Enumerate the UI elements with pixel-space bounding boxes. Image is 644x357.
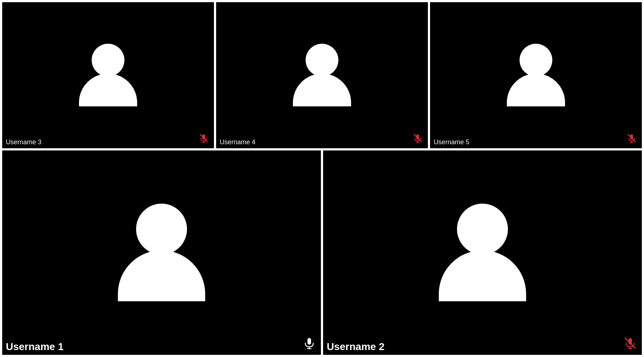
- avatar-user5: [507, 44, 565, 106]
- avatar-user2: [439, 204, 526, 301]
- username-label-user3: Username 3: [2, 136, 45, 148]
- mic-muted-icon-user3: [199, 133, 209, 145]
- avatar-body-user4: [293, 74, 351, 106]
- top-row: Username 3 Username 4: [2, 2, 642, 148]
- avatar-head-user2: [457, 204, 508, 255]
- avatar-user4: [293, 44, 351, 106]
- svg-rect-12: [307, 338, 311, 345]
- video-tile-user2[interactable]: Username 2: [323, 150, 642, 355]
- avatar-user1: [118, 204, 205, 301]
- mic-active-icon-user1: [303, 337, 316, 351]
- video-tile-user3[interactable]: Username 3: [2, 2, 214, 148]
- mic-muted-icon-user2: [624, 337, 637, 351]
- username-label-user4: Username 4: [216, 136, 259, 148]
- avatar-head-user3: [92, 44, 124, 76]
- bottom-row: Username 1 Username 2: [2, 150, 642, 355]
- video-tile-user4[interactable]: Username 4: [216, 2, 428, 148]
- video-tile-user5[interactable]: Username 5: [430, 2, 642, 148]
- avatar-body-user2: [439, 250, 526, 301]
- avatar-user3: [79, 44, 137, 106]
- mic-muted-icon-user5: [627, 133, 637, 145]
- avatar-head-user1: [136, 204, 187, 255]
- video-tile-user1[interactable]: Username 1: [2, 150, 321, 355]
- username-label-user5: Username 5: [430, 136, 473, 148]
- mic-muted-icon-user4: [413, 133, 423, 145]
- avatar-head-user5: [520, 44, 552, 76]
- username-label-user2: Username 2: [323, 339, 388, 355]
- avatar-body-user5: [507, 74, 565, 106]
- avatar-body-user1: [118, 250, 205, 301]
- avatar-head-user4: [306, 44, 338, 76]
- avatar-body-user3: [79, 74, 137, 106]
- username-label-user1: Username 1: [2, 339, 67, 355]
